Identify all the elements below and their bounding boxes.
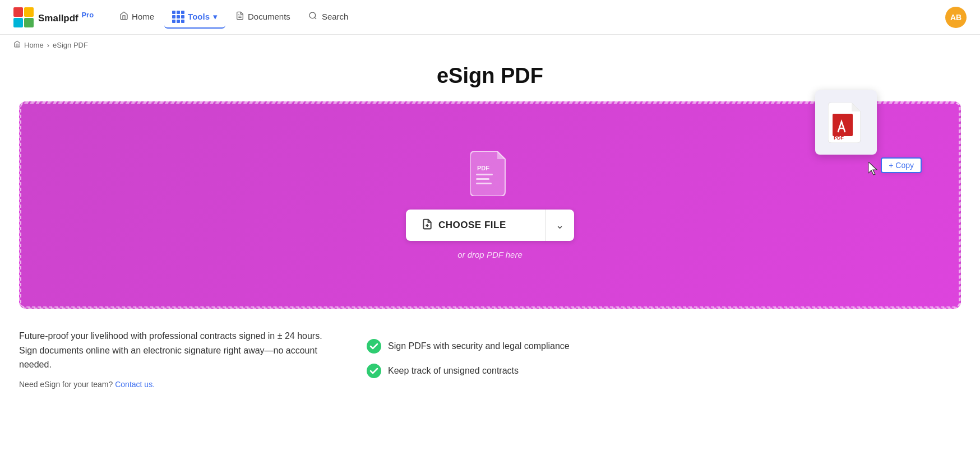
navbar: Smallpdf Pro Home Tools ▾	[0, 0, 980, 35]
choose-file-button[interactable]: CHOOSE FILE ⌄	[406, 210, 574, 241]
svg-line-7	[315, 17, 316, 19]
breadcrumb-current: eSign PDF	[53, 41, 88, 49]
choose-file-main[interactable]: CHOOSE FILE	[406, 210, 546, 241]
home-icon-small	[13, 40, 21, 49]
drop-hint: or drop PDF here	[457, 250, 523, 259]
search-icon	[308, 11, 317, 22]
chevron-down-icon: ⌄	[556, 219, 564, 231]
svg-rect-0	[13, 7, 23, 17]
tools-dropdown-icon: ▾	[213, 12, 218, 22]
avatar-dropdown-icon	[962, 25, 968, 30]
contact-link[interactable]: Contact us.	[115, 380, 155, 389]
nav-items: Home Tools ▾ Documents Search	[112, 6, 945, 29]
svg-text:PDF: PDF	[834, 135, 844, 141]
nav-documents[interactable]: Documents	[228, 7, 298, 27]
nav-tools[interactable]: Tools ▾	[164, 6, 225, 29]
brand-logo[interactable]: Smallpdf Pro	[13, 7, 94, 27]
copy-tooltip: + Copy	[881, 157, 922, 173]
smallpdf-logo-icon	[13, 7, 34, 27]
home-icon	[119, 11, 128, 22]
check-icon-1	[367, 339, 381, 354]
svg-text:PDF: PDF	[477, 165, 489, 171]
breadcrumb-home[interactable]: Home	[24, 41, 44, 49]
svg-rect-9	[476, 178, 489, 180]
svg-point-6	[309, 12, 316, 18]
info-description: Future-proof your livelihood with profes…	[19, 329, 333, 372]
pdf-file-icon: PDF	[470, 151, 510, 198]
info-right: Sign PDFs with security and legal compli…	[367, 329, 961, 389]
svg-rect-3	[24, 18, 34, 27]
grid-icon	[172, 11, 184, 23]
svg-point-17	[367, 364, 381, 378]
feature-1: Sign PDFs with security and legal compli…	[367, 339, 961, 354]
choose-file-label: CHOOSE FILE	[438, 220, 506, 231]
info-left: Future-proof your livelihood with profes…	[19, 329, 333, 389]
svg-rect-1	[24, 7, 34, 17]
file-add-icon	[422, 218, 433, 232]
svg-rect-8	[476, 174, 493, 175]
main-content: eSign PDF PDF	[0, 55, 980, 411]
brand-name: Smallpdf Pro	[38, 11, 94, 24]
floating-pdf-icon: PDF	[815, 90, 877, 155]
user-avatar[interactable]: AB	[945, 7, 967, 28]
info-contact: Need eSign for your team? Contact us.	[19, 380, 333, 389]
choose-file-dropdown[interactable]: ⌄	[546, 210, 574, 240]
svg-rect-2	[13, 18, 23, 27]
check-icon-2	[367, 364, 381, 378]
breadcrumb: Home › eSign PDF	[0, 35, 980, 55]
feature-2: Keep track of unsigned contracts	[367, 364, 961, 378]
breadcrumb-sep: ›	[47, 41, 49, 49]
nav-search[interactable]: Search	[301, 7, 357, 27]
nav-home[interactable]: Home	[112, 7, 162, 27]
info-section: Future-proof your livelihood with profes…	[19, 309, 961, 389]
documents-icon	[235, 11, 244, 22]
svg-rect-10	[476, 183, 492, 184]
svg-point-16	[367, 339, 381, 354]
page-title: eSign PDF	[13, 64, 967, 88]
